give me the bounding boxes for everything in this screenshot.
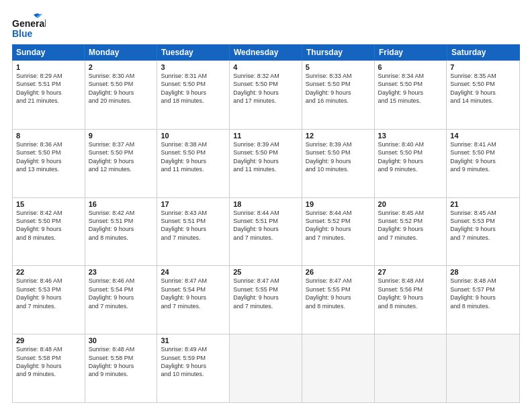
calendar-body-outer: 1Sunrise: 8:29 AM Sunset: 5:51 PM Daylig… bbox=[12, 60, 520, 403]
calendar-week-2: 8Sunrise: 8:36 AM Sunset: 5:50 PM Daylig… bbox=[13, 130, 519, 198]
day-info: Sunrise: 8:47 AM Sunset: 5:54 PM Dayligh… bbox=[161, 277, 226, 310]
day-number: 19 bbox=[306, 200, 371, 208]
weekday-header-sunday: Sunday bbox=[12, 44, 85, 60]
calendar-week-5: 29Sunrise: 8:48 AM Sunset: 5:58 PM Dayli… bbox=[13, 334, 519, 402]
calendar-day-30: 30Sunrise: 8:48 AM Sunset: 5:58 PM Dayli… bbox=[85, 334, 158, 402]
page: GeneralBlue SundayMondayTuesdayWednesday… bbox=[0, 0, 532, 411]
day-info: Sunrise: 8:45 AM Sunset: 5:53 PM Dayligh… bbox=[450, 209, 516, 242]
svg-text:Blue: Blue bbox=[12, 28, 33, 39]
day-info: Sunrise: 8:35 AM Sunset: 5:50 PM Dayligh… bbox=[450, 72, 516, 105]
day-info: Sunrise: 8:44 AM Sunset: 5:52 PM Dayligh… bbox=[306, 209, 371, 242]
calendar-day-17: 17Sunrise: 8:43 AM Sunset: 5:51 PM Dayli… bbox=[157, 198, 230, 266]
day-number: 15 bbox=[16, 200, 81, 208]
weekday-header-thursday: Thursday bbox=[302, 44, 375, 60]
calendar: SundayMondayTuesdayWednesdayThursdayFrid… bbox=[12, 44, 520, 403]
day-number: 30 bbox=[89, 336, 154, 345]
calendar-week-4: 22Sunrise: 8:46 AM Sunset: 5:53 PM Dayli… bbox=[13, 266, 519, 334]
calendar-day-15: 15Sunrise: 8:42 AM Sunset: 5:50 PM Dayli… bbox=[13, 198, 85, 266]
calendar-day-18: 18Sunrise: 8:44 AM Sunset: 5:51 PM Dayli… bbox=[230, 198, 302, 266]
calendar-day-3: 3Sunrise: 8:31 AM Sunset: 5:50 PM Daylig… bbox=[157, 61, 230, 129]
calendar-day-10: 10Sunrise: 8:38 AM Sunset: 5:50 PM Dayli… bbox=[157, 130, 230, 197]
day-info: Sunrise: 8:40 AM Sunset: 5:50 PM Dayligh… bbox=[378, 140, 443, 174]
day-info: Sunrise: 8:29 AM Sunset: 5:51 PM Dayligh… bbox=[16, 72, 81, 105]
calendar-day-19: 19Sunrise: 8:44 AM Sunset: 5:52 PM Dayli… bbox=[302, 198, 375, 266]
day-number: 21 bbox=[450, 200, 516, 208]
weekday-header-tuesday: Tuesday bbox=[157, 44, 230, 60]
day-info: Sunrise: 8:48 AM Sunset: 5:56 PM Dayligh… bbox=[378, 277, 443, 310]
day-number: 18 bbox=[233, 200, 298, 208]
day-info: Sunrise: 8:44 AM Sunset: 5:51 PM Dayligh… bbox=[233, 209, 298, 242]
calendar-day-24: 24Sunrise: 8:47 AM Sunset: 5:54 PM Dayli… bbox=[157, 266, 230, 334]
day-info: Sunrise: 8:47 AM Sunset: 5:55 PM Dayligh… bbox=[233, 277, 298, 310]
calendar-empty-cell bbox=[302, 334, 375, 402]
calendar-day-6: 6Sunrise: 8:34 AM Sunset: 5:50 PM Daylig… bbox=[375, 61, 447, 129]
calendar-day-25: 25Sunrise: 8:47 AM Sunset: 5:55 PM Dayli… bbox=[230, 266, 302, 334]
day-number: 24 bbox=[161, 268, 226, 276]
weekday-header-friday: Friday bbox=[375, 44, 447, 60]
svg-text:General: General bbox=[12, 18, 46, 29]
calendar-day-1: 1Sunrise: 8:29 AM Sunset: 5:51 PM Daylig… bbox=[13, 61, 85, 129]
day-number: 27 bbox=[378, 268, 443, 276]
day-info: Sunrise: 8:30 AM Sunset: 5:50 PM Dayligh… bbox=[89, 72, 154, 105]
day-info: Sunrise: 8:49 AM Sunset: 5:59 PM Dayligh… bbox=[161, 345, 226, 379]
calendar-empty-cell bbox=[375, 334, 447, 402]
calendar-day-12: 12Sunrise: 8:39 AM Sunset: 5:50 PM Dayli… bbox=[302, 130, 375, 197]
calendar-day-20: 20Sunrise: 8:45 AM Sunset: 5:52 PM Dayli… bbox=[375, 198, 447, 266]
calendar-empty-cell bbox=[447, 334, 519, 402]
calendar-empty-cell bbox=[230, 334, 302, 402]
calendar-day-22: 22Sunrise: 8:46 AM Sunset: 5:53 PM Dayli… bbox=[13, 266, 85, 334]
day-info: Sunrise: 8:46 AM Sunset: 5:53 PM Dayligh… bbox=[16, 277, 81, 310]
day-number: 3 bbox=[161, 63, 226, 71]
day-number: 31 bbox=[161, 336, 226, 345]
calendar-week-1: 1Sunrise: 8:29 AM Sunset: 5:51 PM Daylig… bbox=[13, 61, 519, 130]
day-number: 12 bbox=[306, 132, 371, 140]
logo: GeneralBlue bbox=[12, 12, 46, 39]
day-number: 20 bbox=[378, 200, 443, 208]
calendar-header: SundayMondayTuesdayWednesdayThursdayFrid… bbox=[12, 44, 520, 60]
day-number: 4 bbox=[233, 63, 298, 71]
calendar-day-27: 27Sunrise: 8:48 AM Sunset: 5:56 PM Dayli… bbox=[375, 266, 447, 334]
day-number: 6 bbox=[378, 63, 443, 71]
calendar-day-21: 21Sunrise: 8:45 AM Sunset: 5:53 PM Dayli… bbox=[447, 198, 519, 266]
calendar-day-31: 31Sunrise: 8:49 AM Sunset: 5:59 PM Dayli… bbox=[157, 334, 230, 402]
day-number: 13 bbox=[378, 132, 443, 140]
calendar-day-13: 13Sunrise: 8:40 AM Sunset: 5:50 PM Dayli… bbox=[375, 130, 447, 197]
calendar-day-2: 2Sunrise: 8:30 AM Sunset: 5:50 PM Daylig… bbox=[85, 61, 158, 129]
day-number: 26 bbox=[306, 268, 371, 276]
day-info: Sunrise: 8:39 AM Sunset: 5:50 PM Dayligh… bbox=[306, 140, 371, 174]
header: GeneralBlue bbox=[12, 12, 520, 39]
day-info: Sunrise: 8:46 AM Sunset: 5:54 PM Dayligh… bbox=[89, 277, 154, 310]
calendar-day-7: 7Sunrise: 8:35 AM Sunset: 5:50 PM Daylig… bbox=[447, 61, 519, 129]
day-number: 14 bbox=[450, 132, 516, 140]
calendar-day-14: 14Sunrise: 8:41 AM Sunset: 5:50 PM Dayli… bbox=[447, 130, 519, 197]
logo-svg: GeneralBlue bbox=[12, 12, 46, 39]
calendar-day-23: 23Sunrise: 8:46 AM Sunset: 5:54 PM Dayli… bbox=[85, 266, 158, 334]
day-info: Sunrise: 8:43 AM Sunset: 5:51 PM Dayligh… bbox=[161, 209, 226, 242]
day-info: Sunrise: 8:41 AM Sunset: 5:50 PM Dayligh… bbox=[450, 140, 516, 174]
day-info: Sunrise: 8:42 AM Sunset: 5:51 PM Dayligh… bbox=[89, 209, 154, 242]
day-number: 9 bbox=[89, 132, 154, 140]
day-number: 10 bbox=[161, 132, 226, 140]
day-info: Sunrise: 8:48 AM Sunset: 5:57 PM Dayligh… bbox=[450, 277, 516, 310]
day-info: Sunrise: 8:32 AM Sunset: 5:50 PM Dayligh… bbox=[233, 72, 298, 105]
day-number: 11 bbox=[233, 132, 298, 140]
day-number: 1 bbox=[16, 63, 81, 71]
day-info: Sunrise: 8:36 AM Sunset: 5:50 PM Dayligh… bbox=[16, 140, 81, 174]
weekday-header-saturday: Saturday bbox=[447, 44, 520, 60]
day-number: 28 bbox=[450, 268, 516, 276]
day-info: Sunrise: 8:45 AM Sunset: 5:52 PM Dayligh… bbox=[378, 209, 443, 242]
day-number: 7 bbox=[450, 63, 516, 71]
calendar-day-4: 4Sunrise: 8:32 AM Sunset: 5:50 PM Daylig… bbox=[230, 61, 302, 129]
day-info: Sunrise: 8:34 AM Sunset: 5:50 PM Dayligh… bbox=[378, 72, 443, 105]
calendar-day-9: 9Sunrise: 8:37 AM Sunset: 5:50 PM Daylig… bbox=[85, 130, 158, 197]
day-info: Sunrise: 8:31 AM Sunset: 5:50 PM Dayligh… bbox=[161, 72, 226, 105]
day-info: Sunrise: 8:37 AM Sunset: 5:50 PM Dayligh… bbox=[89, 140, 154, 174]
day-info: Sunrise: 8:48 AM Sunset: 5:58 PM Dayligh… bbox=[16, 345, 81, 379]
calendar-day-11: 11Sunrise: 8:39 AM Sunset: 5:50 PM Dayli… bbox=[230, 130, 302, 197]
weekday-header-wednesday: Wednesday bbox=[230, 44, 302, 60]
day-number: 16 bbox=[89, 200, 154, 208]
day-number: 17 bbox=[161, 200, 226, 208]
calendar-day-29: 29Sunrise: 8:48 AM Sunset: 5:58 PM Dayli… bbox=[13, 334, 85, 402]
calendar-day-5: 5Sunrise: 8:33 AM Sunset: 5:50 PM Daylig… bbox=[302, 61, 375, 129]
day-number: 2 bbox=[89, 63, 154, 71]
